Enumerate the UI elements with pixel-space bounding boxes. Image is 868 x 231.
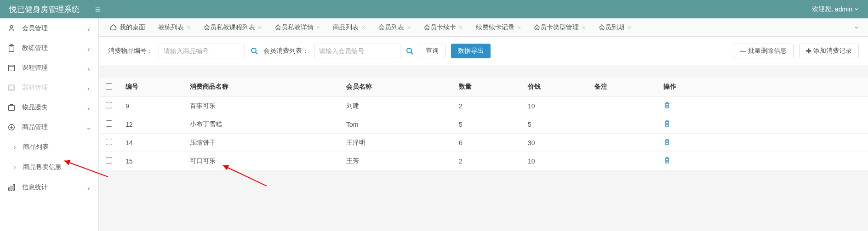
tab-close-icon[interactable]: × (627, 23, 631, 31)
tab-close-icon[interactable]: × (258, 23, 262, 31)
cell-note (588, 97, 657, 115)
add-record-button[interactable]: ✚添加消费记录 (799, 44, 859, 58)
search-member-button[interactable] (406, 47, 413, 55)
chevron-left-icon (86, 185, 91, 190)
tab-label: 商品列表 (333, 23, 359, 32)
tab-close-icon[interactable]: × (361, 23, 365, 31)
delete-button[interactable] (663, 140, 671, 147)
chevron-right-icon: › (14, 143, 17, 151)
app-title: 悦已健身房管理系统 (0, 4, 89, 15)
product-id-label: 消费物品编号： (108, 47, 153, 55)
sidebar-item-member[interactable]: 会员管理 (0, 18, 98, 38)
chevron-left-icon (86, 26, 91, 31)
search-product-button[interactable] (251, 47, 258, 55)
shopping-icon (7, 123, 16, 131)
tab-renew-record[interactable]: 续费续卡记录× (469, 18, 528, 36)
sidebar-sub-product-list[interactable]: › 商品列表 (0, 137, 98, 157)
export-button[interactable]: 数据导出 (451, 44, 491, 58)
tab-label: 会员私教课程列表 (204, 23, 255, 32)
row-checkbox[interactable] (106, 157, 112, 163)
box-icon (7, 103, 16, 112)
tab-label: 教练列表 (158, 23, 184, 32)
cell-note (588, 134, 657, 152)
tabs-bar: 我的桌面 教练列表× 会员私教课程列表× 会员私教详情× 商品列表× 会员列表×… (99, 18, 868, 37)
sidebar: 会员管理 教练管理 课程管理 器材管理 物品遗失 商品管理 (0, 18, 99, 231)
sidebar-item-lost[interactable]: 物品遗失 (0, 97, 98, 117)
sidebar-sub-label: 商品列表 (23, 143, 49, 151)
cell-member: 王芳 (340, 152, 452, 170)
home-icon (110, 24, 117, 31)
sidebar-label: 器材管理 (22, 84, 48, 92)
sidebar-item-course[interactable]: 课程管理 (0, 58, 98, 78)
chevron-left-icon (86, 46, 91, 51)
cell-qty: 6 (452, 134, 521, 152)
tabs-menu-button[interactable] (850, 23, 863, 32)
sidebar-sub-label: 商品售卖信息 (23, 163, 62, 171)
tab-coach-list[interactable]: 教练列表× (152, 18, 197, 36)
col-price: 价钱 (521, 77, 588, 97)
delete-button[interactable] (663, 121, 671, 129)
cell-product: 可口可乐 (183, 152, 340, 170)
cell-qty: 2 (452, 97, 521, 115)
tab-card-type[interactable]: 会员卡类型管理× (527, 18, 592, 36)
delete-button[interactable] (663, 158, 671, 165)
cell-product: 压缩饼干 (183, 134, 340, 152)
product-id-input[interactable] (159, 44, 245, 58)
cell-note (588, 115, 657, 134)
tab-close-icon[interactable]: × (316, 23, 320, 31)
query-button[interactable]: 查询 (419, 44, 445, 58)
dumbbell-icon (7, 84, 16, 92)
tab-close-icon[interactable]: × (187, 23, 191, 31)
sidebar-label: 物品遗失 (22, 103, 48, 112)
svg-rect-10 (13, 184, 15, 190)
sidebar-label: 教练管理 (22, 44, 48, 52)
cell-price: 30 (521, 134, 588, 152)
cell-price: 10 (521, 97, 588, 115)
col-action: 操作 (657, 77, 868, 97)
sidebar-item-coach[interactable]: 教练管理 (0, 38, 98, 58)
tab-close-icon[interactable]: × (407, 23, 411, 31)
tab-close-icon[interactable]: × (517, 23, 521, 31)
sidebar-item-equipment[interactable]: 器材管理 (0, 78, 98, 97)
batch-delete-button[interactable]: —批量删除信息 (733, 44, 794, 58)
tab-close-icon[interactable]: × (582, 23, 586, 31)
svg-rect-6 (9, 105, 15, 110)
sidebar-sub-product-sales[interactable]: › 商品售卖信息 (0, 157, 98, 177)
cell-qty: 2 (452, 152, 521, 170)
chevron-left-icon (86, 66, 91, 70)
tab-card-renew[interactable]: 会员卡续卡× (417, 18, 469, 36)
tab-close-icon[interactable]: × (459, 23, 463, 31)
data-table: 编号 消费商品名称 会员名称 数量 价钱 备注 操作 9 百事可乐 刘建 2 1… (99, 77, 868, 170)
sidebar-item-stats[interactable]: 信息统计 (0, 177, 98, 197)
tab-product-list[interactable]: 商品列表× (326, 18, 372, 36)
tab-member-expire[interactable]: 会员到期× (592, 18, 638, 36)
row-checkbox[interactable] (106, 139, 112, 145)
chevron-down-icon (854, 25, 859, 30)
sidebar-label: 课程管理 (22, 64, 48, 72)
cell-qty: 5 (452, 115, 521, 134)
sidebar-toggle-button[interactable] (89, 0, 107, 18)
table-row: 15 可口可乐 王芳 2 10 (99, 152, 868, 170)
sidebar-label: 会员管理 (22, 24, 48, 33)
row-checkbox[interactable] (106, 102, 112, 108)
header-user-area[interactable]: 欢迎您,admin (812, 5, 868, 13)
cell-id: 14 (119, 134, 183, 152)
sidebar-item-product[interactable]: 商品管理 (0, 117, 98, 137)
col-note: 备注 (588, 77, 657, 97)
svg-rect-3 (9, 65, 15, 71)
menu-icon (95, 6, 101, 12)
row-checkbox[interactable] (106, 120, 112, 127)
member-id-input[interactable] (314, 44, 400, 58)
col-qty: 数量 (452, 77, 521, 97)
delete-button[interactable] (663, 103, 671, 110)
username-text: admin (835, 6, 852, 13)
select-all-checkbox[interactable] (106, 83, 112, 90)
tab-member-course[interactable]: 会员私教课程列表× (197, 18, 268, 36)
table-row: 12 小布丁雪糕 Tom 5 5 (99, 115, 868, 134)
plus-icon: ✚ (806, 47, 811, 55)
tab-home[interactable]: 我的桌面 (103, 18, 152, 36)
tab-member-detail[interactable]: 会员私教详情× (268, 18, 327, 36)
tab-member-list[interactable]: 会员列表× (372, 18, 417, 36)
svg-point-11 (251, 48, 256, 53)
sidebar-label: 信息统计 (22, 183, 48, 192)
